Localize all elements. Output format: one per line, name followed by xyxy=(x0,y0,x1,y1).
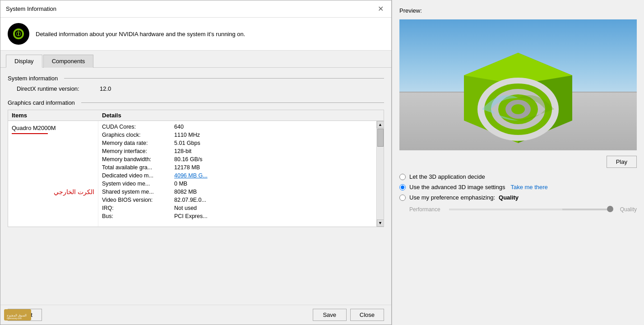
detail-label: Memory interface: xyxy=(102,148,174,154)
detail-value: 128-bit xyxy=(174,148,191,154)
detail-row: Memory bandwidth:80.16 GB/s xyxy=(102,155,373,163)
slider-row: Performance Quality xyxy=(399,206,637,213)
slider-fill xyxy=(562,209,611,210)
close-icon[interactable]: ✕ xyxy=(375,4,386,14)
detail-value: Not used xyxy=(174,205,197,211)
take-me-there-link[interactable]: Take me there xyxy=(510,184,547,190)
detail-label: Graphics clock: xyxy=(102,132,174,138)
scroll-down-btn[interactable]: ▼ xyxy=(377,219,384,227)
directx-row: DirectX runtime version: 12.0 xyxy=(8,85,384,92)
svg-point-15 xyxy=(511,104,525,114)
table-body: Quadro M2000M الكرت الخارجي CUDA Cores:6… xyxy=(8,121,384,227)
detail-value: 0 MB xyxy=(174,181,187,187)
quality-label: Quality xyxy=(499,194,519,201)
radio-label-3[interactable]: Use my preference emphasizing: xyxy=(409,194,495,201)
system-info-header: System information xyxy=(8,75,384,82)
detail-value: 1110 MHz xyxy=(174,132,200,138)
tab-components[interactable]: Components xyxy=(43,55,94,68)
details-col[interactable]: CUDA Cores:640Graphics clock:1110 MHzMem… xyxy=(98,121,376,227)
detail-label: Dedicated video m... xyxy=(102,172,174,179)
directx-value: 12.0 xyxy=(100,85,111,92)
graphics-card-section: Graphics card information Items Details … xyxy=(8,99,384,297)
radio-advanced-settings[interactable] xyxy=(399,184,406,190)
directx-label: DirectX runtime version: xyxy=(17,85,89,92)
detail-row: Video BIOS version:82.07.9E.0... xyxy=(102,196,373,204)
dialog-content: System information DirectX runtime versi… xyxy=(0,68,391,305)
radio-label-1[interactable]: Let the 3D application decide xyxy=(409,173,485,180)
detail-row: Shared system me...8082 MB xyxy=(102,188,373,196)
dialog-title: System Information xyxy=(6,5,56,12)
detail-label: Memory bandwidth: xyxy=(102,156,174,162)
detail-row: Dedicated video m...4096 MB G... xyxy=(102,172,373,180)
radio-group: Let the 3D application decide Use the ad… xyxy=(399,173,637,201)
detail-row: CUDA Cores:640 xyxy=(102,123,373,131)
save-button[interactable]: Save xyxy=(313,309,347,321)
nvidia-3d-logo xyxy=(446,39,590,151)
detail-value: 8082 MB xyxy=(174,189,197,195)
detail-value: 5.01 Gbps xyxy=(174,140,200,146)
svg-text:i: i xyxy=(18,30,19,37)
gpu-underline xyxy=(12,133,48,134)
slider-track[interactable] xyxy=(449,209,611,210)
preview-label: Preview: xyxy=(399,7,637,14)
detail-row: Bus:PCI Expres... xyxy=(102,212,373,220)
bottom-bar: About Save Close xyxy=(0,305,391,325)
detail-value: 640 xyxy=(174,124,184,130)
slider-performance-label: Performance xyxy=(409,206,445,213)
preview-image xyxy=(399,19,637,150)
slider-quality-label: Quality xyxy=(614,206,637,213)
gpu-name-col: Quadro M2000M الكرت الخارجي xyxy=(8,121,98,227)
detail-label: Total available gra... xyxy=(102,164,174,171)
detail-label: Memory data rate: xyxy=(102,140,174,146)
watermark: السوق المفتوح opensooq.com xyxy=(0,307,35,322)
graphics-card-header: Graphics card information xyxy=(8,99,384,106)
detail-value: 12178 MB xyxy=(174,164,200,171)
play-button[interactable]: Play xyxy=(607,156,637,168)
detail-row: Total available gra...12178 MB xyxy=(102,163,373,172)
scroll-track xyxy=(377,129,384,219)
system-info-section: System information DirectX runtime versi… xyxy=(8,75,384,94)
tabs-bar: Display Components xyxy=(0,51,391,68)
detail-value: 82.07.9E.0... xyxy=(174,197,206,203)
tab-display[interactable]: Display xyxy=(6,55,42,68)
radio-preference[interactable] xyxy=(399,195,406,201)
detail-rows-container: CUDA Cores:640Graphics clock:1110 MHzMem… xyxy=(102,123,373,220)
right-panel: Preview: xyxy=(392,0,644,325)
col-details-header: Details xyxy=(102,112,121,119)
detail-label: Video BIOS version: xyxy=(102,197,174,203)
detail-label: System video me... xyxy=(102,181,174,187)
system-information-dialog: System Information ✕ i Detailed informat… xyxy=(0,0,392,325)
table-header: Items Details xyxy=(8,110,384,121)
radio-row-2: Use the advanced 3D image settings Take … xyxy=(399,184,637,190)
slider-thumb[interactable] xyxy=(607,206,613,212)
radio-row-3: Use my preference emphasizing: Quality xyxy=(399,194,637,201)
detail-row: System video me...0 MB xyxy=(102,180,373,188)
svg-text:opensooq.com: opensooq.com xyxy=(7,317,22,320)
detail-row: Memory data rate:5.01 Gbps xyxy=(102,139,373,147)
detail-value: PCI Expres... xyxy=(174,213,208,219)
title-bar: System Information ✕ xyxy=(0,0,391,18)
header-description: Detailed information about your NVIDIA h… xyxy=(36,31,245,37)
detail-row: IRQ:Not used xyxy=(102,204,373,212)
detail-row: Graphics clock:1110 MHz xyxy=(102,131,373,139)
detail-row: Memory interface:128-bit xyxy=(102,147,373,155)
radio-row-1: Let the 3D application decide xyxy=(399,173,637,180)
watermark-logo: السوق المفتوح opensooq.com xyxy=(4,309,31,320)
detail-label: Bus: xyxy=(102,213,174,219)
graphics-table: Items Details Quadro M2000M الكرت الخارج… xyxy=(8,110,384,227)
radio-label-2[interactable]: Use the advanced 3D image settings xyxy=(409,184,505,190)
arabic-label: الكرت الخارجي xyxy=(12,188,94,195)
detail-label: CUDA Cores: xyxy=(102,124,174,130)
scrollbar[interactable]: ▲ ▼ xyxy=(376,121,384,227)
detail-label: IRQ: xyxy=(102,205,174,211)
nvidia-icon: i xyxy=(8,23,29,45)
detail-value: 4096 MB G... xyxy=(174,172,208,179)
radio-application-decide[interactable] xyxy=(399,174,406,180)
close-button[interactable]: Close xyxy=(350,309,384,321)
header-section: i Detailed information about your NVIDIA… xyxy=(0,18,391,51)
detail-value: 80.16 GB/s xyxy=(174,156,203,162)
scroll-up-btn[interactable]: ▲ xyxy=(377,121,384,128)
scroll-thumb[interactable] xyxy=(377,129,384,147)
gpu-name: Quadro M2000M xyxy=(12,125,94,131)
detail-label: Shared system me... xyxy=(102,189,174,195)
